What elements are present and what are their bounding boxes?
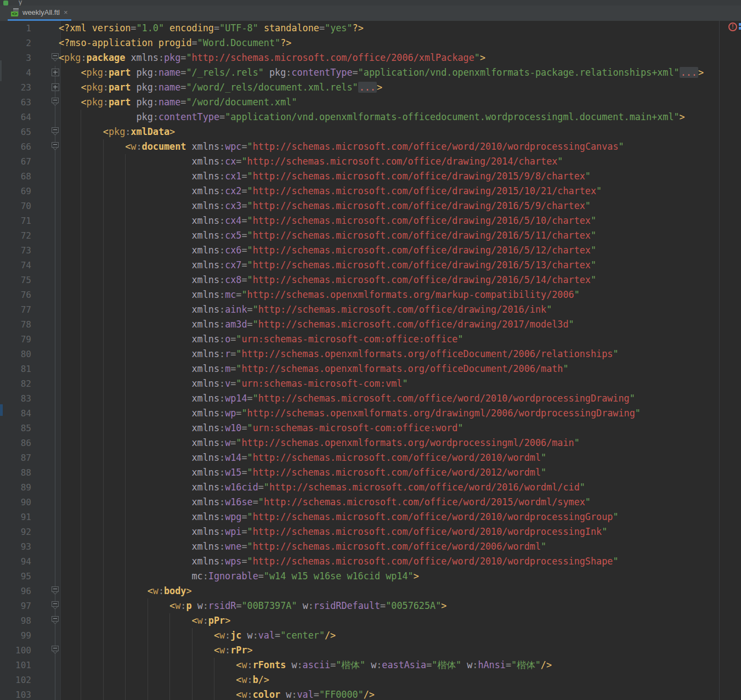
line-number[interactable]: 76	[0, 287, 31, 302]
code-line[interactable]: 69 xmlns:cx2="http://schemas.microsoft.c…	[0, 184, 741, 199]
code-line[interactable]: 80 xmlns:r="http://schemas.openxmlformat…	[0, 347, 741, 362]
line-number[interactable]: 103	[0, 687, 31, 700]
line-number[interactable]: 87	[0, 450, 31, 465]
code-line[interactable]: 85 xmlns:w10="urn:schemas-microsoft-com:…	[0, 421, 741, 436]
line-number[interactable]: 67	[0, 154, 31, 169]
line-number[interactable]: 74	[0, 258, 31, 273]
line-number[interactable]: 79	[0, 332, 31, 347]
line-number[interactable]: 97	[0, 599, 31, 613]
code-line[interactable]: 101 <w:rFonts w:ascii="楷体" w:eastAsia="楷…	[0, 658, 741, 673]
folded-region[interactable]: ...	[358, 82, 377, 93]
expanded-fold-icon[interactable]	[51, 586, 59, 596]
tab-weeklyAll-ftl[interactable]: <> weeklyAll.ftl ×	[8, 5, 72, 19]
code-line[interactable]: 71 xmlns:cx4="http://schemas.microsoft.c…	[0, 213, 741, 228]
expanded-fold-icon[interactable]	[51, 53, 59, 63]
line-number[interactable]: 65	[0, 125, 31, 139]
code-line[interactable]: 92 xmlns:wpi="http://schemas.microsoft.c…	[0, 524, 741, 539]
expanded-fold-icon[interactable]	[51, 142, 59, 151]
line-number[interactable]: 71	[0, 213, 31, 228]
expanded-fold-icon[interactable]	[51, 98, 59, 107]
code-line[interactable]: 68 xmlns:cx1="http://schemas.microsoft.c…	[0, 169, 741, 184]
code-line[interactable]: 3<pkg:package xmlns:pkg="http://schemas.…	[0, 50, 741, 65]
line-number[interactable]: 2	[0, 36, 31, 50]
line-number[interactable]: 98	[0, 613, 31, 628]
code-line[interactable]: 98 <w:pPr>	[0, 613, 741, 628]
code-line[interactable]: 72 xmlns:cx5="http://schemas.microsoft.c…	[0, 228, 741, 243]
line-number[interactable]: 4	[0, 65, 31, 80]
line-number[interactable]: 92	[0, 524, 31, 539]
code-line[interactable]: 81 xmlns:m="http://schemas.openxmlformat…	[0, 362, 741, 376]
expanded-fold-icon[interactable]	[51, 601, 59, 611]
line-number[interactable]: 3	[0, 50, 31, 65]
line-number[interactable]: 72	[0, 228, 31, 243]
expanded-fold-icon[interactable]	[51, 616, 59, 625]
line-number[interactable]: 82	[0, 376, 31, 391]
code-line[interactable]: 63 <pkg:part pkg:name="/word/document.xm…	[0, 95, 741, 110]
line-number[interactable]: 64	[0, 110, 31, 125]
inspections-widget[interactable]: !	[728, 22, 737, 31]
code-line[interactable]: 82 xmlns:v="urn:schemas-microsoft-com:vm…	[0, 376, 741, 391]
line-number[interactable]: 73	[0, 243, 31, 258]
code-line[interactable]: 84 xmlns:wp="http://schemas.openxmlforma…	[0, 406, 741, 421]
line-number[interactable]: 69	[0, 184, 31, 199]
code-line[interactable]: 73 xmlns:cx6="http://schemas.microsoft.c…	[0, 243, 741, 258]
code-line[interactable]: 87 xmlns:w14="http://schemas.microsoft.c…	[0, 450, 741, 465]
expanded-fold-icon[interactable]	[51, 127, 59, 137]
code-line[interactable]: 4 <pkg:part pkg:name="/_rels/.rels" pkg:…	[0, 65, 741, 80]
code-line[interactable]: 74 xmlns:cx7="http://schemas.microsoft.c…	[0, 258, 741, 273]
line-number[interactable]: 78	[0, 317, 31, 332]
code-line[interactable]: 1<?xml version="1.0" encoding="UTF-8" st…	[0, 21, 741, 36]
line-number[interactable]: 94	[0, 554, 31, 569]
code-line[interactable]: 99 <w:jc w:val="center"/>	[0, 628, 741, 643]
line-number[interactable]: 66	[0, 139, 31, 154]
line-number[interactable]: 88	[0, 465, 31, 480]
code-line[interactable]: 64 pkg:contentType="application/vnd.open…	[0, 110, 741, 125]
code-line[interactable]: 103 <w:color w:val="FF0000"/>	[0, 687, 741, 700]
line-number[interactable]: 81	[0, 362, 31, 376]
code-line[interactable]: 2<?mso-application progid="Word.Document…	[0, 36, 741, 50]
line-number[interactable]: 100	[0, 643, 31, 658]
code-line[interactable]: 94 xmlns:wps="http://schemas.microsoft.c…	[0, 554, 741, 569]
collapsed-fold-icon[interactable]	[51, 68, 59, 77]
code-line[interactable]: 86 xmlns:w="http://schemas.openxmlformat…	[0, 436, 741, 450]
code-line[interactable]: 70 xmlns:cx3="http://schemas.microsoft.c…	[0, 199, 741, 213]
code-line[interactable]: 67 xmlns:cx="http://schemas.microsoft.co…	[0, 154, 741, 169]
code-line[interactable]: 97 <w:p w:rsidR="00B7397A" w:rsidRDefaul…	[0, 599, 741, 613]
code-line[interactable]: 93 xmlns:wne="http://schemas.microsoft.c…	[0, 539, 741, 554]
line-number[interactable]: 70	[0, 199, 31, 213]
line-number[interactable]: 91	[0, 510, 31, 524]
line-number[interactable]: 89	[0, 480, 31, 495]
line-number[interactable]: 84	[0, 406, 31, 421]
code-line[interactable]: 102 <w:b/>	[0, 673, 741, 687]
code-line[interactable]: 83 xmlns:wp14="http://schemas.microsoft.…	[0, 391, 741, 406]
line-number[interactable]: 95	[0, 569, 31, 584]
line-number[interactable]: 99	[0, 628, 31, 643]
line-number[interactable]: 96	[0, 584, 31, 599]
code-line[interactable]: 79 xmlns:o="urn:schemas-microsoft-com:of…	[0, 332, 741, 347]
line-number[interactable]: 77	[0, 302, 31, 317]
code-line[interactable]: 91 xmlns:wpg="http://schemas.microsoft.c…	[0, 510, 741, 524]
code-line[interactable]: 95 mc:Ignorable="w14 w15 w16se w16cid wp…	[0, 569, 741, 584]
code-line[interactable]: 65 <pkg:xmlData>	[0, 125, 741, 139]
code-line[interactable]: 75 xmlns:cx8="http://schemas.microsoft.c…	[0, 273, 741, 287]
line-number[interactable]: 90	[0, 495, 31, 510]
line-number[interactable]: 1	[0, 21, 31, 36]
line-number[interactable]: 68	[0, 169, 31, 184]
expanded-fold-icon[interactable]	[51, 646, 59, 655]
code-line[interactable]: 96 <w:body>	[0, 584, 741, 599]
line-number[interactable]: 102	[0, 673, 31, 687]
collapsed-fold-icon[interactable]	[51, 83, 59, 92]
line-number[interactable]: 23	[0, 80, 31, 95]
close-icon[interactable]: ×	[64, 8, 68, 16]
code-line[interactable]: 78 xmlns:am3d="http://schemas.microsoft.…	[0, 317, 741, 332]
code-line[interactable]: 66 <w:document xmlns:wpc="http://schemas…	[0, 139, 741, 154]
code-line[interactable]: 88 xmlns:w15="http://schemas.microsoft.c…	[0, 465, 741, 480]
line-number[interactable]: 85	[0, 421, 31, 436]
line-number[interactable]: 86	[0, 436, 31, 450]
code-line[interactable]: 100 <w:rPr>	[0, 643, 741, 658]
line-number[interactable]: 80	[0, 347, 31, 362]
code-line[interactable]: 23 <pkg:part pkg:name="/word/_rels/docum…	[0, 80, 741, 95]
code-line[interactable]: 77 xmlns:aink="http://schemas.microsoft.…	[0, 302, 741, 317]
line-number[interactable]: 101	[0, 658, 31, 673]
folded-region[interactable]: ...	[680, 67, 698, 78]
